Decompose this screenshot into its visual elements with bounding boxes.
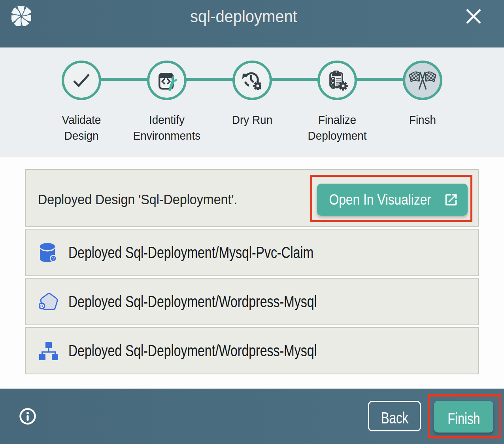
svg-text:?: ? [52, 256, 55, 262]
